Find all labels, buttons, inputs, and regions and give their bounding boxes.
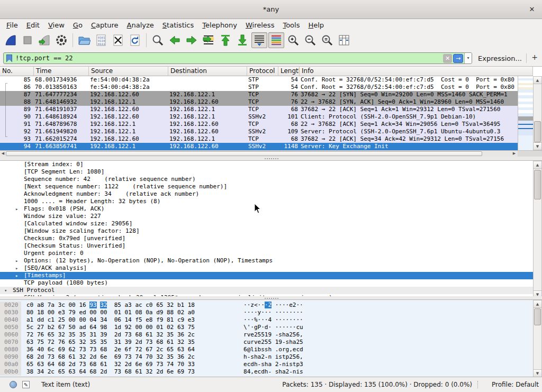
- hex-row-0060[interactable]: 006072 76 65 32 35 35 31 39 2d 73 68 61 …: [0, 331, 542, 339]
- column-header-destination[interactable]: Destination: [168, 67, 247, 76]
- scroll-up-icon[interactable]: ▲: [534, 300, 541, 308]
- detail-line[interactable]: ▾SSH Protocol: [0, 287, 533, 294]
- intelligent-scrollbar[interactable]: [518, 76, 533, 150]
- packet-row-93[interactable]: 9371.662015274192.168.122.60192.168.122.…: [0, 135, 518, 143]
- column-header-time[interactable]: Time: [34, 67, 89, 76]
- menu-item-statistics[interactable]: Statistics: [158, 20, 198, 30]
- hex-row-00a0[interactable]: 00a065 63 64 68 2d 73 68 61 32 2d 6e 69 …: [0, 361, 542, 368]
- packet-list-scrollbar[interactable]: ▲ ▼: [533, 76, 542, 150]
- filter-clear-icon[interactable]: ✕: [443, 54, 452, 63]
- hex-bytes[interactable]: 72 76 65 32 35 35 31 39 2d 73 68 61 32 3…: [21, 331, 218, 339]
- packet-row-88[interactable]: 8871.648146932192.168.122.1192.168.122.6…: [0, 98, 518, 106]
- menu-item-help[interactable]: Help: [304, 20, 328, 30]
- packet-list-header[interactable]: No.TimeSourceDestinationProtocolLengthIn…: [0, 67, 533, 76]
- capture-comment-icon[interactable]: ✎: [22, 381, 30, 388]
- detail-line[interactable]: [TCP Segment Len: 1080]: [0, 168, 533, 176]
- collapsed-arrow-icon[interactable]: ▸: [15, 265, 18, 272]
- menu-item-analyze[interactable]: Analyze: [123, 20, 158, 30]
- column-header-info[interactable]: Info: [300, 67, 533, 76]
- bytes-scrollbar[interactable]: ▲ ▼: [533, 300, 542, 377]
- hex-bytes[interactable]: 63 75 72 76 65 32 35 35 31 39 2d 73 68 6…: [21, 339, 218, 346]
- packet-row-92[interactable]: 9271.661949820192.168.122.1192.168.122.6…: [0, 128, 518, 135]
- zoom-out-button[interactable]: [302, 32, 318, 48]
- detail-line[interactable]: [Checksum Status: Unverified]: [0, 242, 533, 250]
- display-filter-field[interactable]: ✕ → ▾: [3, 52, 472, 64]
- resize-columns-button[interactable]: [336, 32, 352, 48]
- hex-ascii[interactable]: h-sha2-n istp256,: [218, 353, 303, 361]
- hex-row-0080[interactable]: 008036 40 6c 69 62 73 73 68 2e 6f 72 67 …: [0, 346, 542, 353]
- packet-row-89[interactable]: 8971.648191037192.168.122.60192.168.122.…: [0, 106, 518, 113]
- menu-item-edit[interactable]: Edit: [22, 20, 44, 30]
- column-header-source[interactable]: Source: [89, 67, 168, 76]
- scroll-down-icon[interactable]: ▼: [534, 369, 541, 377]
- hex-row-0050[interactable]: 00505c 27 b2 67 50 ad 64 98 1d 92 00 00 …: [0, 324, 542, 331]
- detail-line[interactable]: [Window size scaling factor: 128]: [0, 227, 533, 235]
- menu-item-capture[interactable]: Capture: [87, 20, 123, 30]
- expert-info-icon[interactable]: [10, 381, 17, 388]
- expanded-arrow-icon[interactable]: ▾: [4, 287, 7, 294]
- hex-ascii[interactable]: 6@libssh .org,ecd: [218, 346, 303, 353]
- hex-ascii[interactable]: ···%···4 ········: [218, 316, 303, 324]
- menu-item-view[interactable]: View: [44, 20, 69, 30]
- packet-row-87[interactable]: 8771.647777234192.168.122.60192.168.122.…: [0, 91, 518, 98]
- hex-ascii[interactable]: ecdh-sha 2-nistp3: [218, 361, 303, 368]
- scroll-up-icon[interactable]: ▲: [534, 161, 541, 169]
- menu-item-go[interactable]: Go: [69, 20, 87, 30]
- details-scrollbar[interactable]: ▲ ▼: [533, 161, 542, 298]
- start-capture-button[interactable]: [3, 32, 19, 48]
- hex-bytes[interactable]: 38 34 2c 65 63 64 68 2d 73 68 61 32 2d 6…: [21, 368, 218, 376]
- hex-bytes[interactable]: 36 40 6c 69 62 73 73 68 2e 6f 72 67 2c 6…: [21, 346, 218, 353]
- add-filter-button[interactable]: +: [530, 53, 539, 63]
- detail-line[interactable]: ▸Flags: 0x018 (PSH, ACK): [0, 205, 533, 213]
- hex-row-0070[interactable]: 007063 75 72 76 65 32 35 35 31 39 2d 73 …: [0, 339, 542, 346]
- collapsed-arrow-icon[interactable]: ▸: [15, 205, 18, 213]
- column-header-protocol[interactable]: Protocol: [247, 67, 278, 76]
- hex-ascii[interactable]: ··z<···2 ····e2··: [218, 302, 303, 309]
- detail-line[interactable]: Urgent pointer: 0: [0, 250, 533, 257]
- detail-line[interactable]: 1000 .... = Header Length: 32 bytes (8): [0, 198, 533, 205]
- hex-bytes[interactable]: 65 63 64 68 2d 73 68 61 32 2d 6e 69 73 7…: [21, 361, 218, 368]
- scrollbar-thumb[interactable]: [534, 308, 541, 325]
- hex-row-0040[interactable]: 0040a1 dd c1 25 00 00 04 34 06 14 f5 e8 …: [0, 316, 542, 324]
- hex-bytes[interactable]: a1 dd c1 25 00 00 04 34 06 14 f5 e8 f9 8…: [21, 316, 218, 324]
- collapsed-arrow-icon[interactable]: ▸: [15, 257, 18, 265]
- scroll-left-icon[interactable]: ◀: [0, 151, 6, 157]
- stop-capture-button[interactable]: [20, 32, 35, 48]
- packet-row-94[interactable]: 9471.663856741192.168.122.1192.168.122.6…: [0, 143, 518, 150]
- detail-line[interactable]: Sequence number: 42 (relative sequence n…: [0, 176, 533, 183]
- detail-line[interactable]: Checksum: 0x79ed [unverified]: [0, 235, 533, 242]
- expression-button[interactable]: Expression...: [478, 54, 522, 62]
- close-icon[interactable]: ✕: [527, 5, 537, 14]
- first-packet-button[interactable]: [218, 32, 233, 48]
- detail-line[interactable]: [Next sequence number: 1122 (relative se…: [0, 183, 533, 190]
- detail-line[interactable]: ▸Options: (12 bytes), No-Operation (NOP)…: [0, 257, 533, 265]
- column-header-no[interactable]: No.: [0, 67, 34, 76]
- scroll-right-icon[interactable]: ▶: [511, 151, 517, 157]
- filter-apply-icon[interactable]: →: [453, 54, 463, 63]
- hex-ascii[interactable]: ····y··· ········: [218, 309, 303, 316]
- column-header-length[interactable]: Length: [278, 67, 300, 76]
- hex-row-00b0[interactable]: 00b038 34 2c 65 63 64 68 2d 73 68 61 32 …: [0, 368, 542, 376]
- detail-line[interactable]: Window size value: 227: [0, 213, 533, 220]
- hex-bytes[interactable]: c0 a8 7a 3c 00 16 93 32 85 a3 ac c0 65 3…: [21, 302, 218, 309]
- reload-file-button[interactable]: [127, 32, 143, 48]
- hex-bytes[interactable]: 5c 27 b2 67 50 ad 64 98 1d 92 00 00 01 0…: [21, 324, 218, 331]
- menu-item-wireless[interactable]: Wireless: [241, 20, 278, 30]
- pane-splitter-top[interactable]: [0, 157, 542, 160]
- find-packet-button[interactable]: [150, 32, 166, 48]
- packet-row-91[interactable]: 9171.648789678192.168.122.1192.168.122.6…: [0, 121, 518, 128]
- profile-text[interactable]: Profile: Default: [492, 381, 539, 388]
- save-file-button[interactable]: 010101100111: [93, 32, 109, 48]
- menu-item-file[interactable]: File: [2, 20, 22, 30]
- scrollbar-thumb[interactable]: [534, 121, 541, 142]
- hex-row-0090[interactable]: 009068 2d 73 68 61 32 2d 6e 69 73 74 70 …: [0, 353, 542, 361]
- zoom-in-button[interactable]: [285, 32, 301, 48]
- hex-ascii[interactable]: \'·gP·d· ······cu: [218, 324, 303, 331]
- packet-row-86[interactable]: 8670.013850163fe:54:00:d4:38:2aSTP54Conf…: [0, 84, 518, 91]
- hex-ascii[interactable]: 84,ecdh- sha2-nis: [218, 368, 303, 376]
- detail-line[interactable]: TCP payload (1080 bytes): [0, 279, 533, 287]
- collapsed-arrow-icon[interactable]: ▸: [15, 272, 18, 279]
- menu-item-tools[interactable]: Tools: [278, 20, 304, 30]
- scrollbar-thumb[interactable]: [534, 170, 541, 199]
- hex-row-0020[interactable]: 0020c0 a8 7a 3c 00 16 93 32 85 a3 ac c0 …: [0, 302, 542, 309]
